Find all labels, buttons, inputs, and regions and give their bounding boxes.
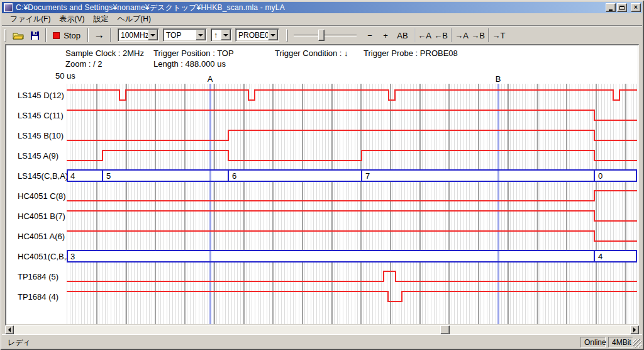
toolbar-separator (451, 28, 452, 42)
goto-cursor-a-button[interactable]: ←A (417, 28, 432, 43)
app-window: C:¥Documents and Settings¥noname¥デスクトップ¥… (0, 0, 644, 350)
sample-clock-info: Sample Clock : 2MHz (65, 48, 144, 58)
toolbar: Stop → 100MHz TOP ↑ PROBE00 − + AB ←A ←B (2, 25, 642, 44)
zoom-in-button[interactable]: + (379, 28, 392, 43)
scrollbar-thumb[interactable] (440, 325, 450, 334)
svg-text:4: 4 (70, 171, 75, 181)
trigger-edge-value: ↑ (211, 31, 221, 40)
caption-buttons: × (606, 3, 641, 12)
goto-trigger-button[interactable]: →T (491, 28, 506, 43)
set-cursor-b-button[interactable]: →B (470, 28, 486, 43)
trigger-position-info: Trigger Position : TOP (153, 48, 234, 58)
menu-help[interactable]: ヘルプ(H) (113, 13, 155, 26)
caption-gap (628, 3, 630, 12)
trigger-probe-info: Trigger Probe : PROBE08 (364, 48, 458, 58)
goto-cursor-b-button[interactable]: ←B (433, 28, 448, 43)
maximize-icon (619, 6, 625, 10)
save-floppy-icon (30, 31, 40, 40)
stop-icon (53, 32, 60, 39)
run-arrow-icon: → (94, 29, 105, 42)
stop-button[interactable]: Stop (50, 28, 84, 43)
svg-text:7: 7 (365, 171, 370, 181)
length-info: Length : 488.000 us (153, 59, 226, 69)
svg-text:3: 3 (70, 252, 75, 261)
channel-label: HC4051 A(6) (18, 232, 65, 242)
trigger-edge-select[interactable]: ↑ (211, 28, 232, 42)
toolbar-separator (87, 28, 89, 42)
sample-clock-select[interactable]: 100MHz (118, 28, 159, 42)
toolbar-separator (488, 28, 489, 42)
open-folder-icon (13, 31, 25, 40)
svg-text:6: 6 (232, 171, 236, 181)
menu-bar: ファイル(F) 表示(V) 設定 ヘルプ(H) (2, 13, 642, 25)
horizontal-scrollbar[interactable] (5, 325, 639, 334)
channel-label: LS145 D(12) (18, 91, 64, 101)
trigger-position-value: TOP (164, 31, 196, 40)
dropdown-button[interactable] (221, 30, 231, 40)
arrow-right-icon (633, 327, 636, 332)
title-bar[interactable]: C:¥Documents and Settings¥noname¥デスクトップ¥… (2, 2, 642, 13)
arrow-left-icon (8, 327, 11, 332)
time-division-label: 50 us (55, 71, 75, 81)
menu-file[interactable]: ファイル(F) (6, 13, 55, 26)
channel-label: HC4051 B(7) (18, 212, 65, 222)
trigger-position-select[interactable]: TOP (163, 28, 207, 42)
set-cursor-a-button[interactable]: →A (454, 28, 469, 43)
app-icon (4, 3, 13, 12)
zoom-slider-thumb[interactable] (318, 30, 325, 41)
dropdown-button[interactable] (268, 30, 278, 40)
chevron-down-icon (198, 34, 203, 37)
toolbar-separator (414, 28, 415, 42)
waveform-plot[interactable]: 4567034 (67, 84, 637, 324)
window-title: C:¥Documents and Settings¥noname¥デスクトップ¥… (16, 3, 606, 13)
channel-label: TP1684 (5) (18, 272, 58, 282)
channel-label: LS145(C,B,A) (18, 171, 68, 181)
resize-grip[interactable] (633, 339, 641, 347)
chevron-down-icon (270, 34, 275, 37)
cursor-a-label[interactable]: A (205, 74, 215, 84)
close-button[interactable]: × (631, 3, 641, 12)
status-message: レディ (8, 337, 31, 348)
waveform-client-area: Sample Clock : 2MHz Trigger Position : T… (5, 44, 639, 325)
maximize-button[interactable] (617, 3, 627, 12)
channel-label: LS145 C(11) (18, 111, 64, 121)
channel-label: HC4051(C,B,A) (18, 252, 74, 262)
svg-text:0: 0 (598, 171, 602, 181)
minimize-button[interactable] (606, 3, 616, 12)
chevron-down-icon (223, 34, 228, 37)
zoom-out-button[interactable]: − (364, 28, 376, 43)
channel-label: LS145 B(10) (18, 131, 64, 141)
memory-size-badge: 4MBit (608, 337, 633, 347)
toolbar-grip (286, 29, 288, 42)
probe-select[interactable]: PROBE00 (235, 28, 279, 42)
stop-label: Stop (64, 31, 80, 40)
cursor-b-label[interactable]: B (493, 74, 503, 84)
scroll-left-button[interactable] (5, 325, 14, 334)
close-icon: × (634, 4, 638, 11)
dropdown-button[interactable] (196, 30, 206, 40)
channel-label: LS145 A(9) (18, 151, 58, 161)
menu-settings[interactable]: 設定 (89, 13, 113, 26)
status-bar: レディ Online 4MBit (2, 334, 642, 348)
zoom-slider-track[interactable] (294, 35, 357, 37)
channel-label: HC4051 C(8) (18, 191, 66, 201)
toolbar-separator (110, 28, 111, 42)
trigger-condition-info: Trigger Condition : ↓ (275, 48, 348, 58)
minimize-icon (609, 9, 613, 11)
channel-label: TP1684 (4) (18, 292, 58, 302)
scroll-right-button[interactable] (630, 325, 639, 334)
toolbar-grip (4, 29, 6, 42)
svg-text:4: 4 (598, 252, 602, 261)
ab-span-button[interactable]: AB (394, 28, 411, 43)
dropdown-button[interactable] (148, 30, 158, 40)
probe-value: PROBE00 (236, 31, 268, 40)
open-file-button[interactable] (11, 28, 26, 43)
chevron-down-icon (150, 34, 155, 37)
zoom-info: Zoom : / 2 (65, 59, 103, 69)
svg-text:5: 5 (106, 171, 111, 181)
toolbar-separator (45, 28, 47, 42)
sample-clock-value: 100MHz (118, 31, 148, 40)
run-button[interactable]: → (91, 28, 108, 43)
save-button[interactable] (27, 28, 42, 43)
menu-view[interactable]: 表示(V) (55, 13, 89, 26)
